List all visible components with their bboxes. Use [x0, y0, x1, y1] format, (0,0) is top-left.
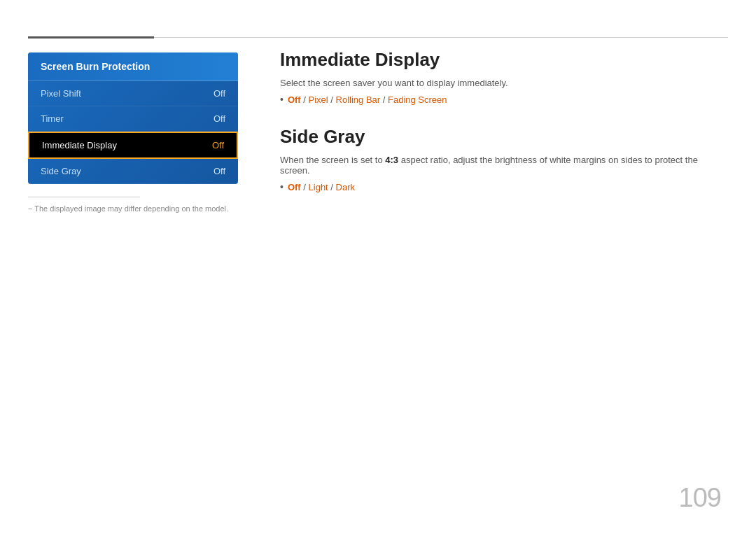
right-content: Immediate Display Select the screen save…	[280, 49, 714, 213]
left-divider	[28, 197, 140, 197]
immediate-display-value: Off	[212, 140, 224, 150]
side-gray-options-text: Off / Light / Dark	[288, 182, 355, 192]
opt-sep2-2: /	[328, 182, 336, 192]
side-gray-label: Side Gray	[41, 166, 81, 176]
immediate-display-options-list: Off / Pixel / Rolling Bar / Fading Scree…	[280, 94, 714, 105]
model-note: − The displayed image may differ dependi…	[28, 204, 238, 213]
opt-sep3-1: /	[380, 94, 388, 105]
side-gray-value: Off	[214, 166, 225, 176]
opt-sep2-1: /	[328, 94, 336, 105]
opt-sep1-1: /	[301, 94, 309, 105]
immediate-display-label: Immediate Display	[42, 140, 117, 150]
menu-item-pixel-shift[interactable]: Pixel Shift Off	[28, 81, 238, 106]
menu-container: Screen Burn Protection Pixel Shift Off T…	[28, 52, 238, 184]
menu-item-side-gray[interactable]: Side Gray Off	[28, 159, 238, 184]
immediate-display-title: Immediate Display	[280, 49, 714, 71]
side-gray-options-list: Off / Light / Dark	[280, 181, 714, 192]
menu-header: Screen Burn Protection	[28, 52, 238, 81]
immediate-display-options: Off / Pixel / Rolling Bar / Fading Scree…	[280, 94, 714, 105]
opt-light: Light	[309, 182, 328, 192]
top-decorative-lines	[28, 36, 728, 38]
side-gray-desc-pre: When the screen is set to	[280, 155, 385, 165]
opt-off-2: Off	[288, 182, 301, 192]
side-gray-options: Off / Light / Dark	[280, 181, 714, 192]
opt-dark: Dark	[336, 182, 355, 192]
opt-sep1-2: /	[301, 182, 309, 192]
immediate-display-description: Select the screen saver you want to disp…	[280, 78, 714, 88]
immediate-display-options-text: Off / Pixel / Rolling Bar / Fading Scree…	[288, 94, 447, 105]
aspect-ratio-ref: 4:3	[385, 155, 398, 165]
timer-label: Timer	[41, 113, 64, 124]
menu-item-timer[interactable]: Timer Off	[28, 106, 238, 132]
side-gray-title: Side Gray	[280, 126, 714, 148]
opt-off-1: Off	[288, 94, 301, 105]
page-number: 109	[679, 483, 721, 513]
left-panel: Screen Burn Protection Pixel Shift Off T…	[28, 52, 238, 213]
opt-fading: Fading Screen	[388, 94, 447, 105]
top-line-light	[154, 37, 728, 38]
menu-item-immediate-display[interactable]: Immediate Display Off	[28, 132, 238, 159]
pixel-shift-label: Pixel Shift	[41, 88, 81, 99]
timer-value: Off	[214, 113, 225, 124]
opt-rolling: Rolling Bar	[336, 94, 381, 105]
side-gray-description: When the screen is set to 4:3 aspect rat…	[280, 155, 714, 176]
opt-pixel: Pixel	[309, 94, 328, 105]
top-line-dark	[28, 36, 154, 38]
pixel-shift-value: Off	[214, 88, 225, 99]
